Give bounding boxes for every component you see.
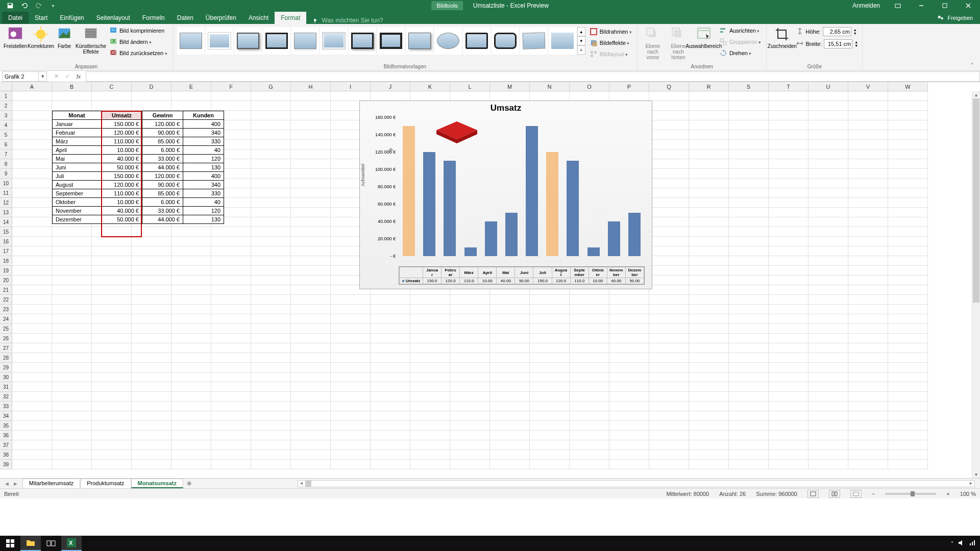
cell[interactable] bbox=[92, 402, 132, 411]
cell[interactable] bbox=[808, 392, 848, 402]
name-box[interactable]: Grafik 2▾ bbox=[2, 71, 47, 82]
cell[interactable] bbox=[211, 372, 251, 382]
cell[interactable] bbox=[808, 402, 848, 411]
cell[interactable] bbox=[888, 188, 928, 198]
cell[interactable] bbox=[808, 198, 848, 208]
cell[interactable] bbox=[172, 334, 211, 343]
cell[interactable] bbox=[729, 179, 769, 188]
cell[interactable] bbox=[211, 237, 251, 246]
cell[interactable] bbox=[530, 295, 570, 305]
cell[interactable] bbox=[888, 140, 928, 149]
cell[interactable] bbox=[410, 440, 450, 450]
cell[interactable] bbox=[649, 431, 689, 440]
cell[interactable] bbox=[172, 353, 211, 363]
cell[interactable] bbox=[649, 334, 689, 343]
spin-down-icon[interactable]: ▼ bbox=[854, 44, 858, 47]
cell[interactable] bbox=[490, 421, 530, 431]
cell[interactable] bbox=[291, 111, 331, 120]
cell[interactable] bbox=[888, 372, 928, 382]
row-header[interactable]: 27 bbox=[0, 343, 12, 353]
table-cell[interactable]: 400 bbox=[183, 172, 224, 181]
close-icon[interactable] bbox=[957, 0, 980, 11]
cell[interactable] bbox=[888, 169, 928, 179]
row-header[interactable]: 3 bbox=[0, 111, 12, 120]
cell[interactable] bbox=[490, 411, 530, 421]
vertical-scrollbar[interactable]: ▲ ▼ bbox=[972, 91, 980, 478]
cell[interactable] bbox=[769, 130, 808, 140]
cell[interactable] bbox=[371, 382, 410, 392]
cell[interactable] bbox=[848, 266, 888, 276]
table-cell[interactable]: 110.000 € bbox=[102, 189, 142, 198]
table-cell[interactable]: Dezember bbox=[53, 215, 102, 224]
cell[interactable] bbox=[570, 402, 609, 411]
cell[interactable] bbox=[729, 198, 769, 208]
cell[interactable] bbox=[689, 276, 729, 285]
tab-überprüfen[interactable]: Überprüfen bbox=[200, 12, 242, 24]
cell[interactable] bbox=[689, 382, 729, 392]
cell[interactable] bbox=[251, 159, 291, 169]
cell[interactable] bbox=[251, 208, 291, 217]
cell[interactable] bbox=[251, 217, 291, 227]
zoom-in-button[interactable]: + bbox=[946, 491, 949, 497]
cell[interactable] bbox=[251, 295, 291, 305]
cell[interactable] bbox=[490, 382, 530, 392]
cell[interactable] bbox=[132, 91, 172, 101]
table-cell[interactable]: 10.000 € bbox=[102, 146, 142, 155]
cell[interactable] bbox=[291, 91, 331, 101]
cell[interactable] bbox=[649, 111, 689, 120]
cell[interactable] bbox=[530, 343, 570, 353]
cell[interactable] bbox=[769, 120, 808, 130]
cell[interactable] bbox=[570, 334, 609, 343]
cell[interactable] bbox=[649, 217, 689, 227]
cell[interactable] bbox=[570, 392, 609, 402]
row-header[interactable]: 23 bbox=[0, 305, 12, 314]
cell[interactable] bbox=[291, 266, 331, 276]
column-header[interactable]: E bbox=[172, 82, 211, 91]
cell[interactable] bbox=[729, 440, 769, 450]
cell[interactable] bbox=[570, 91, 609, 101]
cell[interactable] bbox=[251, 382, 291, 392]
cell[interactable] bbox=[211, 285, 251, 295]
cell[interactable] bbox=[291, 411, 331, 421]
row-header[interactable]: 39 bbox=[0, 460, 12, 469]
cell[interactable] bbox=[12, 169, 52, 179]
cell[interactable] bbox=[251, 91, 291, 101]
cell[interactable] bbox=[450, 353, 490, 363]
cell[interactable] bbox=[450, 382, 490, 392]
cell[interactable] bbox=[251, 188, 291, 198]
cell[interactable] bbox=[132, 353, 172, 363]
cell[interactable] bbox=[331, 392, 371, 402]
cell[interactable] bbox=[211, 450, 251, 460]
cell[interactable] bbox=[490, 460, 530, 469]
cell[interactable] bbox=[808, 353, 848, 363]
cell[interactable] bbox=[530, 460, 570, 469]
cell[interactable] bbox=[172, 266, 211, 276]
column-header[interactable]: O bbox=[570, 82, 609, 91]
cell[interactable] bbox=[649, 91, 689, 101]
cell[interactable] bbox=[888, 334, 928, 343]
cell[interactable] bbox=[12, 305, 52, 314]
cell[interactable] bbox=[808, 120, 848, 130]
cell[interactable] bbox=[689, 440, 729, 450]
remove-background-button[interactable]: Freistellen bbox=[3, 25, 28, 50]
cell[interactable] bbox=[52, 295, 92, 305]
cell[interactable] bbox=[211, 392, 251, 402]
cell[interactable] bbox=[769, 208, 808, 217]
cell[interactable] bbox=[808, 324, 848, 334]
cell[interactable] bbox=[132, 343, 172, 353]
cell[interactable] bbox=[570, 305, 609, 314]
cell[interactable] bbox=[291, 140, 331, 149]
cell[interactable] bbox=[211, 266, 251, 276]
table-cell[interactable]: 6.000 € bbox=[142, 198, 183, 207]
cell[interactable] bbox=[689, 421, 729, 431]
cell[interactable] bbox=[570, 411, 609, 421]
cell[interactable] bbox=[251, 120, 291, 130]
cell[interactable] bbox=[52, 411, 92, 421]
gallery-scroll[interactable]: ▲▼≡ bbox=[577, 27, 585, 55]
cell[interactable] bbox=[609, 431, 649, 440]
row-header[interactable]: 21 bbox=[0, 285, 12, 295]
cell[interactable] bbox=[291, 208, 331, 217]
cell[interactable] bbox=[769, 295, 808, 305]
cell[interactable] bbox=[410, 334, 450, 343]
cell[interactable] bbox=[12, 411, 52, 421]
